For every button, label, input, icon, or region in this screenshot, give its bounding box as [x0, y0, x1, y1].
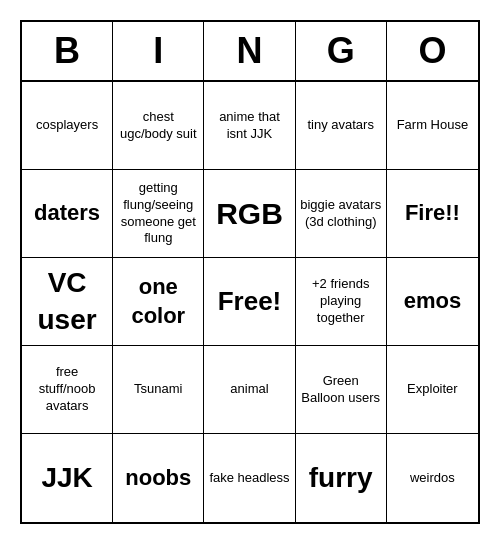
bingo-card: BINGO cosplayerschest ugc/body suitanime…: [20, 20, 480, 524]
bingo-cell-9: Fire!!: [387, 170, 478, 258]
cell-text-20: JJK: [41, 460, 92, 496]
cell-text-1: chest ugc/body suit: [117, 109, 199, 143]
cell-text-9: Fire!!: [405, 199, 460, 228]
cell-text-3: tiny avatars: [307, 117, 373, 134]
bingo-cell-11: one color: [113, 258, 204, 346]
cell-text-21: noobs: [125, 464, 191, 493]
cell-text-11: one color: [117, 273, 199, 330]
bingo-cell-2: anime that isnt JJK: [204, 82, 295, 170]
bingo-grid: cosplayerschest ugc/body suitanime that …: [22, 82, 478, 522]
cell-text-2: anime that isnt JJK: [208, 109, 290, 143]
header-letter-N: N: [204, 22, 295, 80]
bingo-cell-13: +2 friends playing together: [296, 258, 387, 346]
bingo-cell-10: VC user: [22, 258, 113, 346]
cell-text-19: Exploiter: [407, 381, 458, 398]
cell-text-18: Green Balloon users: [300, 373, 382, 407]
cell-text-15: free stuff/noob avatars: [26, 364, 108, 415]
header-letter-G: G: [296, 22, 387, 80]
bingo-cell-12: Free!: [204, 258, 295, 346]
cell-text-4: Farm House: [397, 117, 469, 134]
cell-text-0: cosplayers: [36, 117, 98, 134]
bingo-cell-7: RGB: [204, 170, 295, 258]
bingo-cell-8: biggie avatars (3d clothing): [296, 170, 387, 258]
cell-text-17: animal: [230, 381, 268, 398]
header-letter-I: I: [113, 22, 204, 80]
cell-text-13: +2 friends playing together: [300, 276, 382, 327]
bingo-cell-6: getting flung/seeing someone get flung: [113, 170, 204, 258]
bingo-cell-15: free stuff/noob avatars: [22, 346, 113, 434]
cell-text-14: emos: [404, 287, 461, 316]
header-letter-O: O: [387, 22, 478, 80]
bingo-cell-17: animal: [204, 346, 295, 434]
bingo-cell-5: daters: [22, 170, 113, 258]
cell-text-10: VC user: [26, 265, 108, 338]
bingo-cell-22: fake headless: [204, 434, 295, 522]
header-letter-B: B: [22, 22, 113, 80]
cell-text-23: furry: [309, 460, 373, 496]
cell-text-6: getting flung/seeing someone get flung: [117, 180, 199, 248]
bingo-cell-3: tiny avatars: [296, 82, 387, 170]
cell-text-7: RGB: [216, 194, 283, 233]
cell-text-12: Free!: [218, 285, 282, 319]
bingo-cell-18: Green Balloon users: [296, 346, 387, 434]
cell-text-5: daters: [34, 199, 100, 228]
bingo-cell-19: Exploiter: [387, 346, 478, 434]
bingo-cell-1: chest ugc/body suit: [113, 82, 204, 170]
bingo-cell-16: Tsunami: [113, 346, 204, 434]
bingo-cell-4: Farm House: [387, 82, 478, 170]
bingo-cell-20: JJK: [22, 434, 113, 522]
cell-text-16: Tsunami: [134, 381, 182, 398]
cell-text-24: weirdos: [410, 470, 455, 487]
cell-text-8: biggie avatars (3d clothing): [300, 197, 382, 231]
bingo-cell-21: noobs: [113, 434, 204, 522]
bingo-header: BINGO: [22, 22, 478, 82]
bingo-cell-23: furry: [296, 434, 387, 522]
bingo-cell-24: weirdos: [387, 434, 478, 522]
cell-text-22: fake headless: [209, 470, 289, 487]
bingo-cell-0: cosplayers: [22, 82, 113, 170]
bingo-cell-14: emos: [387, 258, 478, 346]
